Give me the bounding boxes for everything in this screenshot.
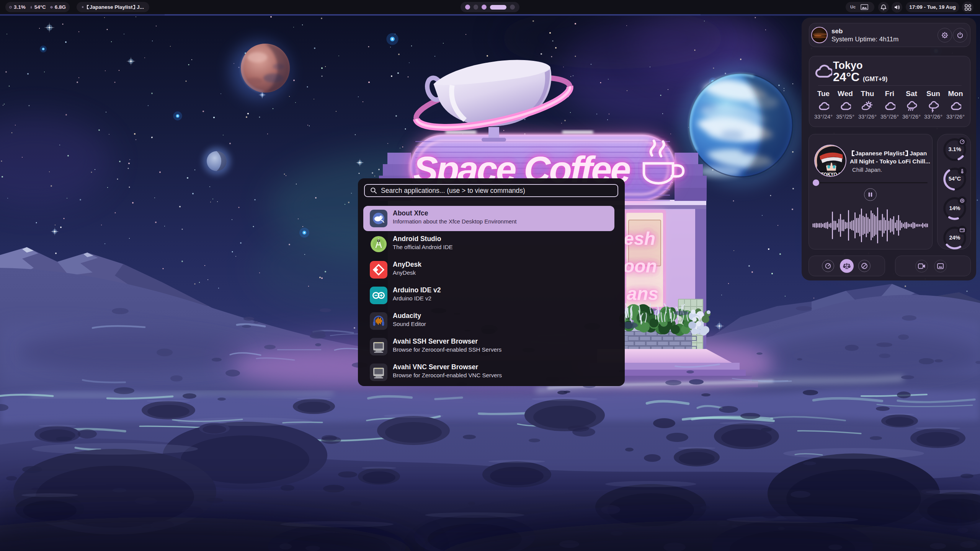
svg-text:esh: esh xyxy=(624,228,655,249)
svg-text:ans: ans xyxy=(627,284,658,304)
svg-text:oon: oon xyxy=(623,256,657,276)
svg-text:Uc: Uc xyxy=(850,5,856,9)
